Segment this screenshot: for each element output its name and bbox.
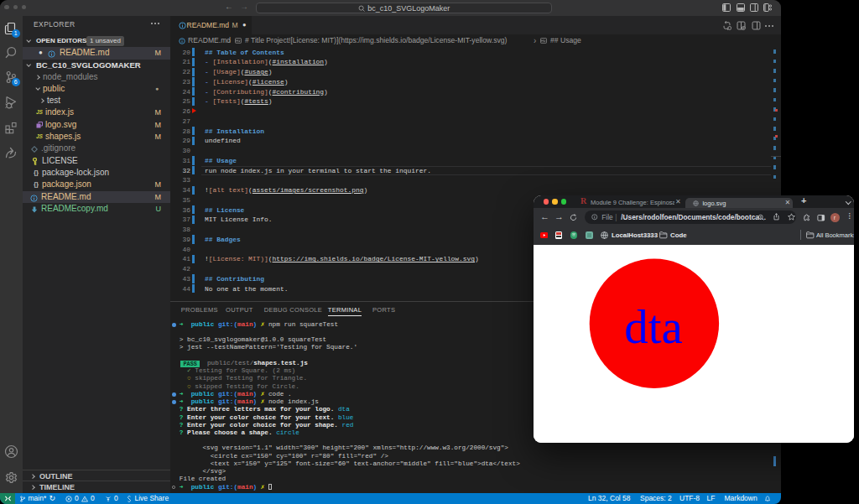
svg-text:dta: dta: [624, 300, 683, 353]
